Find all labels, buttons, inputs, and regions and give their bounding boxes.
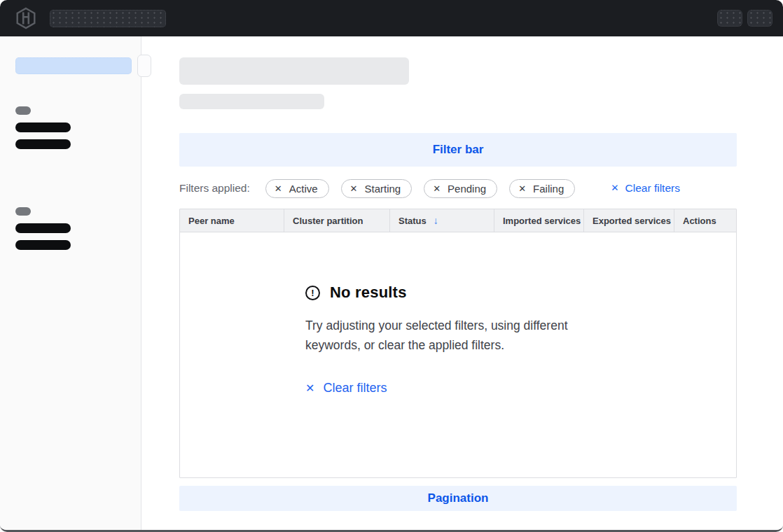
- sidebar-item-placeholder[interactable]: [15, 139, 71, 149]
- close-icon[interactable]: ✕: [350, 184, 358, 193]
- filter-pill-pending[interactable]: ✕ Pending: [424, 179, 497, 198]
- empty-state-clear-filters-link[interactable]: ✕ Clear filters: [305, 381, 387, 396]
- column-header-exported-services[interactable]: Exported services: [584, 209, 674, 232]
- sidebar-item-placeholder[interactable]: [15, 223, 71, 233]
- page-title-placeholder: [179, 57, 409, 85]
- empty-state-clear-filters-label: Clear filters: [323, 381, 387, 396]
- sidebar-selected-item-placeholder[interactable]: [15, 57, 132, 74]
- filter-pill-label: Failing: [533, 183, 564, 195]
- app-window: Filter bar Filters applied: ✕ Active ✕ S…: [0, 0, 783, 532]
- filter-pill-starting[interactable]: ✕ Starting: [341, 179, 413, 198]
- filter-pill-label: Starting: [364, 183, 401, 195]
- filter-pill-label: Active: [289, 183, 318, 195]
- pagination-banner[interactable]: Pagination: [179, 486, 737, 511]
- close-icon: ✕: [611, 183, 618, 193]
- pagination-label: Pagination: [428, 491, 489, 505]
- column-header-status[interactable]: Status ↓: [390, 209, 494, 232]
- empty-state-description: Try adjusting your selected filters, usi…: [305, 316, 614, 355]
- column-header-peer-name[interactable]: Peer name: [180, 209, 284, 232]
- peers-table: Peer name Cluster partition Status ↓ Imp…: [179, 209, 737, 478]
- navbar-button-placeholder[interactable]: [747, 10, 772, 27]
- clear-filters-link[interactable]: ✕ Clear filters: [611, 182, 680, 195]
- page-subtitle-placeholder: [179, 94, 324, 109]
- search-input-placeholder[interactable]: [50, 10, 166, 27]
- applied-filters-row: Filters applied: ✕ Active ✕ Starting ✕ P…: [179, 178, 737, 198]
- navbar-actions: [717, 10, 772, 27]
- close-icon[interactable]: ✕: [518, 184, 526, 193]
- filter-bar-label: Filter bar: [433, 143, 484, 157]
- sort-descending-icon[interactable]: ↓: [434, 215, 438, 226]
- close-icon[interactable]: ✕: [275, 184, 282, 193]
- column-header-actions: Actions: [674, 209, 736, 232]
- filters-applied-label: Filters applied:: [179, 182, 250, 195]
- filter-pill-active[interactable]: ✕ Active: [265, 179, 329, 198]
- sidebar-item-placeholder[interactable]: [15, 240, 71, 250]
- sidebar: [0, 36, 141, 530]
- sidebar-collapse-handle[interactable]: [137, 55, 151, 77]
- column-header-imported-services[interactable]: Imported services: [494, 209, 584, 232]
- filter-pill-label: Pending: [448, 183, 486, 195]
- navbar-button-placeholder[interactable]: [717, 10, 742, 27]
- sidebar-item-placeholder[interactable]: [15, 122, 71, 132]
- column-header-cluster-partition[interactable]: Cluster partition: [284, 209, 390, 232]
- top-navbar: [0, 0, 783, 36]
- filter-pill-failing[interactable]: ✕ Failing: [509, 179, 575, 198]
- table-header-row: Peer name Cluster partition Status ↓ Imp…: [180, 209, 736, 232]
- sidebar-section-label-placeholder: [15, 207, 31, 216]
- alert-circle-icon: !: [305, 286, 320, 300]
- close-icon[interactable]: ✕: [433, 184, 441, 193]
- clear-filters-label: Clear filters: [625, 182, 680, 195]
- filter-bar-banner[interactable]: Filter bar: [179, 133, 737, 167]
- close-icon: ✕: [305, 383, 314, 394]
- main-content: Filter bar Filters applied: ✕ Active ✕ S…: [141, 36, 783, 530]
- hashicorp-logo-icon[interactable]: [14, 7, 38, 29]
- table-empty-state: ! No results Try adjusting your selected…: [180, 232, 736, 477]
- sidebar-section-label-placeholder: [15, 106, 31, 115]
- empty-state-title: No results: [330, 284, 407, 302]
